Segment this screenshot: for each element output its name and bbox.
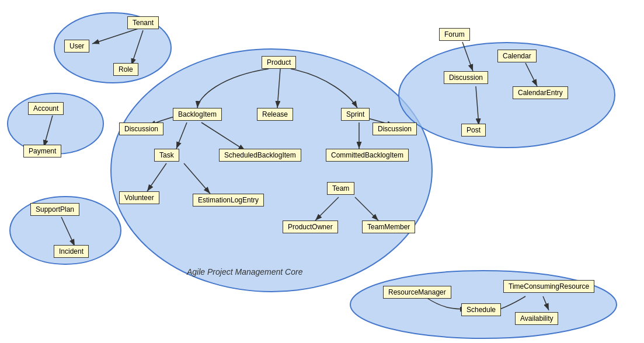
post-node: Post xyxy=(461,124,486,136)
calendarentry-node: CalendarEntry xyxy=(513,86,568,99)
user-node: User xyxy=(64,40,89,52)
release-node: Release xyxy=(257,108,293,121)
core-ellipse xyxy=(111,49,432,292)
discussion1-node: Discussion xyxy=(119,123,163,135)
scheduled-backlogitem-node: ScheduledBacklogItem xyxy=(219,149,301,162)
estimlog-node: EstimationLogEntry xyxy=(193,194,264,206)
sprint-node: Sprint xyxy=(341,108,370,121)
productowner-node: ProductOwner xyxy=(283,220,338,233)
availability-node: Availability xyxy=(515,312,558,325)
discussion2-node: Discussion xyxy=(373,123,417,135)
resourcemanager-node: ResourceManager xyxy=(383,286,451,299)
team-node: Team xyxy=(327,182,354,195)
supportplan-node: SupportPlan xyxy=(30,203,79,216)
committed-backlogitem-node: CommittedBacklogItem xyxy=(326,149,409,162)
account-node: Account xyxy=(28,102,64,115)
payment-node: Payment xyxy=(23,145,61,158)
product-node: Product xyxy=(262,56,296,69)
core-label: Agile Project Management Core xyxy=(187,267,302,276)
timeconsuming-node: TimeConsumingResource xyxy=(503,280,594,293)
forum-node: Forum xyxy=(439,28,470,41)
calendar-node: Calendar xyxy=(497,50,537,62)
incident-node: Incident xyxy=(54,245,89,258)
backlogitem-node: BacklogItem xyxy=(173,108,222,121)
discussion3-node: Discussion xyxy=(444,71,488,84)
teammember-node: TeamMember xyxy=(362,220,415,233)
volunteer-node: Volunteer xyxy=(119,191,159,204)
schedule-node: Schedule xyxy=(461,303,501,316)
role-node: Role xyxy=(113,63,138,76)
tenant-node: Tenant xyxy=(127,16,159,29)
task-node: Task xyxy=(154,149,179,162)
